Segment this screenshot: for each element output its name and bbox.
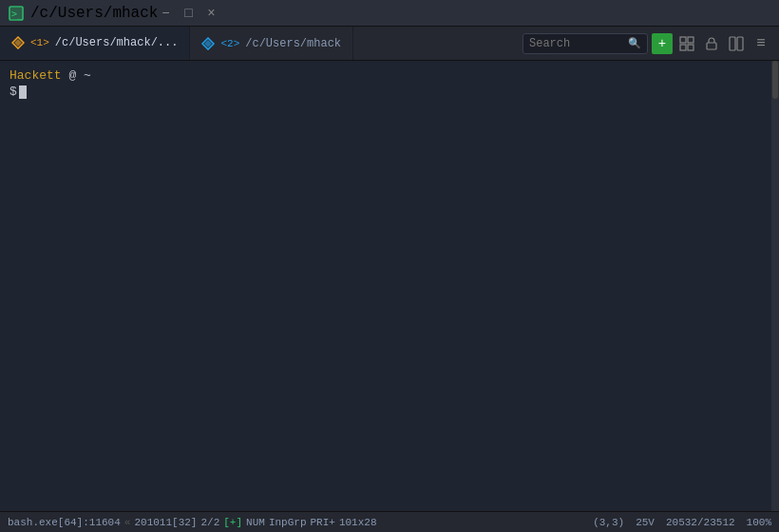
lock-button[interactable] — [701, 33, 722, 54]
statusbar-left: bash.exe[64]:11604 « 201011[32] 2/2 [+] … — [8, 517, 593, 528]
search-input[interactable] — [529, 37, 624, 50]
search-box: 🔍 — [522, 33, 648, 54]
split-button[interactable] — [726, 33, 747, 54]
titlebar-controls: − □ × — [158, 6, 218, 21]
svg-rect-13 — [737, 37, 743, 50]
status-process: bash.exe[64]:11604 — [8, 517, 121, 528]
prompt-dollar: $ — [10, 85, 17, 99]
status-offset: 20532/23512 — [666, 517, 735, 528]
status-bullet: « — [124, 517, 131, 528]
terminal-area: Hackett @ ~ $ — [0, 61, 779, 511]
prompt-line-1: Hackett @ ~ — [10, 68, 770, 83]
svg-rect-9 — [680, 45, 686, 50]
svg-rect-10 — [688, 45, 694, 50]
status-size: 101x28 — [339, 517, 377, 528]
status-insert: [+] — [223, 517, 242, 528]
terminal-icon: >_ — [8, 5, 25, 22]
svg-text:>_: >_ — [11, 9, 24, 20]
layout-icon — [679, 36, 694, 51]
tab2-badge: <2> — [220, 38, 239, 49]
titlebar: >_ /c/Users/mhack − □ × — [0, 0, 779, 27]
tab1-badge: <1> — [30, 37, 49, 48]
status-cursor-pos: (3,3) — [593, 517, 624, 528]
prompt-at — [62, 68, 69, 83]
tab2-path: /c/Users/mhack — [245, 37, 341, 50]
maximize-button[interactable]: □ — [180, 6, 196, 21]
tab1-icon — [11, 36, 25, 49]
scrollbar-thumb[interactable] — [772, 61, 778, 99]
tab-1[interactable]: <1> /c/Users/mhack/... — [0, 27, 190, 60]
prompt-line-2: $ — [10, 85, 770, 99]
toolbar: 🔍 + ≡ — [515, 27, 779, 60]
status-percent: 100% — [747, 517, 771, 528]
close-button[interactable]: × — [203, 6, 218, 21]
svg-rect-11 — [707, 43, 716, 49]
statusbar: bash.exe[64]:11604 « 201011[32] 2/2 [+] … — [0, 511, 779, 532]
tabbar: <1> /c/Users/mhack/... <2> /c/Users/mhac… — [0, 27, 779, 61]
tab-2[interactable]: <2> /c/Users/mhack — [190, 27, 353, 60]
prompt-space — [76, 68, 84, 83]
status-inpgrp: InpGrp — [269, 517, 307, 528]
tab1-path: /c/Users/mhack/... — [55, 36, 179, 49]
prompt-at-sign: @ — [68, 68, 76, 83]
svg-rect-7 — [680, 37, 686, 43]
titlebar-title: /c/Users/mhack — [30, 5, 158, 22]
lock-icon — [705, 37, 718, 50]
split-icon — [729, 36, 744, 51]
cursor — [19, 86, 27, 99]
status-position: 2/2 — [200, 517, 219, 528]
scrollbar[interactable] — [771, 61, 779, 511]
menu-button[interactable]: ≡ — [750, 33, 771, 54]
minimize-button[interactable]: − — [158, 6, 173, 21]
prompt-tilde: ~ — [84, 68, 91, 83]
status-vim-mode: 201011[32] — [134, 517, 197, 528]
svg-rect-8 — [688, 37, 694, 43]
svg-rect-12 — [730, 37, 735, 50]
status-pri: PRI+ — [311, 517, 335, 528]
layout-button[interactable] — [676, 33, 697, 54]
status-zoom: 25V — [636, 517, 655, 528]
prompt-user: Hackett — [10, 68, 62, 83]
search-icon: 🔍 — [628, 37, 641, 49]
status-num: NUM — [246, 517, 265, 528]
tab2-icon — [201, 37, 215, 50]
add-tab-button[interactable]: + — [652, 33, 673, 54]
statusbar-right: (3,3) 25V 20532/23512 100% — [593, 517, 771, 528]
